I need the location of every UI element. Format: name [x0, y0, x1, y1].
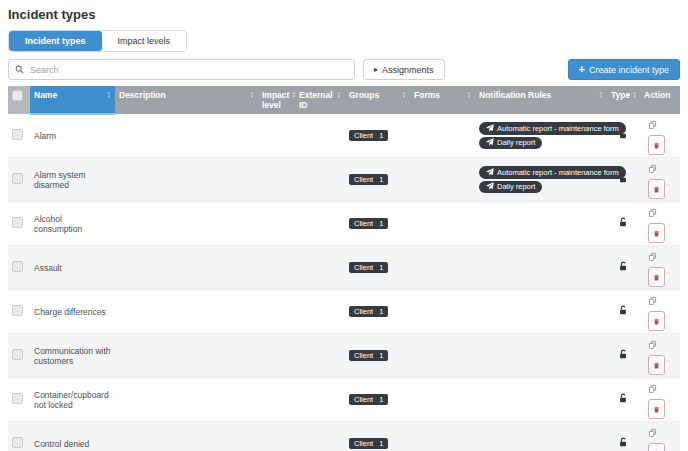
incident-name: Alcohol consumption	[30, 202, 115, 246]
external-id-cell	[295, 378, 345, 422]
notification-rules-cell: Automatic report - maintenance formDaily…	[475, 114, 607, 158]
checkbox-cell	[8, 378, 30, 422]
row-checkbox[interactable]	[12, 217, 23, 228]
delete-button[interactable]	[648, 223, 665, 243]
copy-button[interactable]	[644, 248, 661, 267]
select-all-header	[8, 86, 30, 114]
row-checkbox[interactable]	[12, 437, 23, 448]
copy-icon	[648, 206, 657, 221]
notification-rule-badge: Daily report	[479, 137, 542, 150]
groups-cell: Client1	[345, 246, 410, 290]
sort-icon: ▲▼	[599, 91, 603, 100]
tab-impact-levels[interactable]: Impact levels	[102, 31, 187, 51]
incident-description	[115, 378, 258, 422]
table-row: Control deniedClient1	[8, 422, 680, 451]
copy-button[interactable]	[644, 160, 661, 179]
row-checkbox[interactable]	[12, 305, 23, 316]
select-all-checkbox[interactable]	[12, 90, 23, 101]
table-row: AlarmClient1Automatic report - maintenan…	[8, 114, 680, 158]
notification-rules-cell	[475, 334, 607, 378]
unlock-icon[interactable]	[618, 264, 629, 274]
unlock-icon[interactable]	[618, 220, 629, 230]
column-header-notification-rules[interactable]: Notification Rules▲▼	[475, 86, 607, 114]
copy-button[interactable]	[644, 336, 661, 355]
column-header-name[interactable]: Name▲▼	[30, 86, 115, 114]
column-label: Description	[119, 90, 166, 100]
unlock-icon[interactable]	[618, 132, 629, 142]
group-badge: Client1	[349, 438, 388, 449]
type-cell	[607, 378, 640, 422]
checkbox-cell	[8, 202, 30, 246]
incident-types-page: Incident types Incident types Impact lev…	[0, 0, 688, 451]
action-cell	[640, 114, 680, 158]
delete-button[interactable]	[648, 443, 665, 451]
row-checkbox[interactable]	[12, 261, 23, 272]
row-checkbox[interactable]	[12, 173, 23, 184]
row-checkbox[interactable]	[12, 129, 23, 140]
incident-description	[115, 290, 258, 334]
unlock-icon[interactable]	[618, 440, 629, 450]
copy-button[interactable]	[644, 204, 661, 223]
copy-button[interactable]	[644, 116, 661, 135]
page-title: Incident types	[8, 7, 680, 22]
incident-name: Assault	[30, 246, 115, 290]
impact-level-cell	[258, 158, 295, 202]
forms-cell	[410, 158, 475, 202]
notification-rules-cell: Automatic report - maintenance formDaily…	[475, 158, 607, 202]
column-header-forms[interactable]: Forms▲▼	[410, 86, 475, 114]
type-cell	[607, 334, 640, 378]
create-incident-type-button[interactable]: + Create incident type	[568, 59, 680, 80]
create-label: Create incident type	[589, 65, 669, 75]
column-header-type[interactable]: Type▲▼	[607, 86, 640, 114]
groups-cell: Client1	[345, 334, 410, 378]
column-header-action: Action	[640, 86, 680, 114]
groups-cell: Client1	[345, 378, 410, 422]
delete-button[interactable]	[648, 311, 665, 331]
column-header-impact-level[interactable]: Impact level▲▼	[258, 86, 295, 114]
column-header-external-id[interactable]: External ID▲▼	[295, 86, 345, 114]
impact-level-cell	[258, 334, 295, 378]
notification-rules-cell	[475, 378, 607, 422]
assignments-button[interactable]: ▸ Assignments	[363, 59, 445, 80]
delete-button[interactable]	[648, 399, 665, 419]
forms-cell	[410, 246, 475, 290]
unlock-icon[interactable]	[618, 308, 629, 318]
row-checkbox[interactable]	[12, 349, 23, 360]
external-id-cell	[295, 290, 345, 334]
sort-icon: ▲▼	[337, 91, 341, 110]
impact-level-cell	[258, 246, 295, 290]
copy-button[interactable]	[644, 292, 661, 311]
unlock-icon[interactable]	[618, 396, 629, 406]
action-cell	[640, 378, 680, 422]
column-label: Notification Rules	[479, 90, 551, 100]
checkbox-cell	[8, 290, 30, 334]
search-box[interactable]	[8, 59, 355, 80]
delete-button[interactable]	[648, 135, 665, 155]
checkbox-cell	[8, 422, 30, 451]
delete-button[interactable]	[648, 267, 665, 287]
unlock-icon[interactable]	[618, 176, 629, 186]
type-cell	[607, 114, 640, 158]
row-checkbox[interactable]	[12, 393, 23, 404]
group-badge: Client1	[349, 174, 388, 185]
incident-name: Alarm system disarmed	[30, 158, 115, 202]
column-header-groups[interactable]: Groups▲▼	[345, 86, 410, 114]
sort-icon: ▲▼	[291, 91, 295, 110]
external-id-cell	[295, 334, 345, 378]
column-label: Type	[611, 90, 630, 100]
delete-button[interactable]	[648, 179, 665, 199]
table-row: Container/cupboard not lockedClient1	[8, 378, 680, 422]
copy-button[interactable]	[644, 424, 661, 443]
send-icon	[486, 182, 494, 192]
notification-rule-badge: Automatic report - maintenance form	[479, 122, 626, 135]
search-input[interactable]	[28, 64, 348, 76]
tab-incident-types[interactable]: Incident types	[9, 31, 102, 51]
assignments-label: Assignments	[382, 65, 434, 75]
delete-button[interactable]	[648, 355, 665, 375]
unlock-icon[interactable]	[618, 352, 629, 362]
copy-icon	[648, 338, 657, 353]
external-id-cell	[295, 422, 345, 451]
table-row: Communication with customersClient1	[8, 334, 680, 378]
column-header-description[interactable]: Description▲▼	[115, 86, 258, 114]
copy-button[interactable]	[644, 380, 661, 399]
